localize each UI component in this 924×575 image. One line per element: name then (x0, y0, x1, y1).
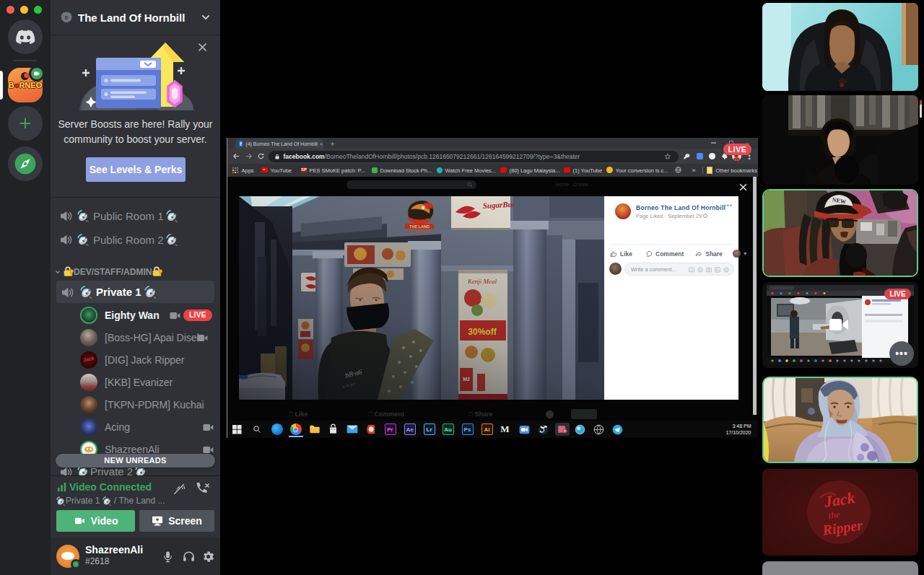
svg-text:0: 0 (65, 14, 69, 21)
svg-text:the: the (827, 509, 840, 521)
svg-text:G: G (690, 268, 692, 272)
